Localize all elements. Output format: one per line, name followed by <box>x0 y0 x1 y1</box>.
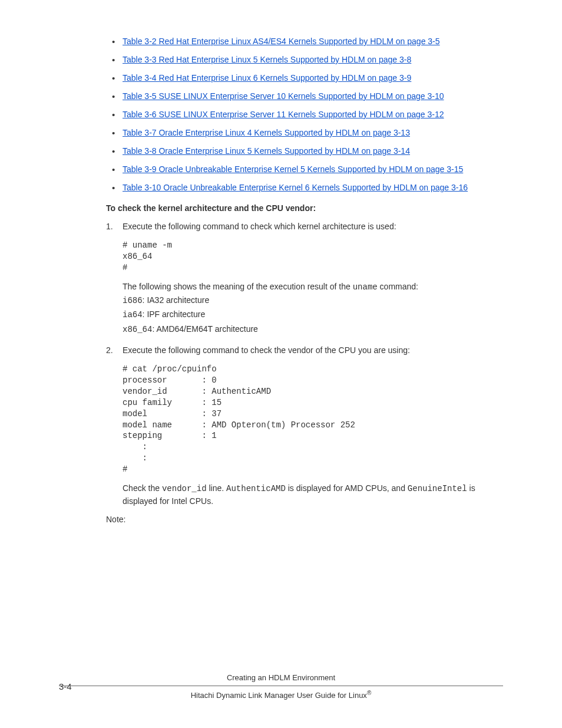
list-item: Table 3-6 SUSE LINUX Enterprise Server 1… <box>123 108 503 121</box>
inline-code: AuthenticAMD <box>226 484 286 493</box>
footer-divider <box>59 686 503 686</box>
list-item: Table 3-3 Red Hat Enterprise Linux 5 Ker… <box>123 54 503 66</box>
xref-link[interactable]: Table 3-10 Oracle Unbreakable Enterprise… <box>123 183 468 192</box>
xref-link[interactable]: Table 3-8 Oracle Enterprise Linux 5 Kern… <box>123 146 410 156</box>
inline-code: GenuineIntel <box>408 484 467 493</box>
list-item: Table 3-8 Oracle Enterprise Linux 5 Kern… <box>123 145 503 157</box>
arch-line: ia64: IPF architecture <box>123 308 503 322</box>
step-tail: Check the vendor_id line. AuthenticAMD i… <box>123 482 503 508</box>
list-item: Table 3-4 Red Hat Enterprise Linux 6 Ker… <box>123 72 503 84</box>
step-intro: Execute the following command to check w… <box>123 220 503 233</box>
inline-code: ia64 <box>123 310 143 319</box>
step-1: Execute the following command to check w… <box>106 220 503 337</box>
footer-title: Creating an HDLM Environment <box>59 673 503 682</box>
list-item: Table 3-5 SUSE LINUX Enterprise Server 1… <box>123 90 503 103</box>
code-block: # cat /proc/cpuinfo processor : 0 vendor… <box>123 364 503 475</box>
list-item: Table 3-9 Oracle Unbreakable Enterprise … <box>123 163 503 176</box>
list-item: Table 3-7 Oracle Enterprise Linux 4 Kern… <box>123 127 503 139</box>
step-2: Execute the following command to check t… <box>106 344 503 508</box>
xref-link[interactable]: Table 3-9 Oracle Unbreakable Enterprise … <box>123 164 463 174</box>
code-block: # uname -m x86_64 # <box>123 240 503 274</box>
arch-line: x86_64: AMD64/EM64T architecture <box>123 322 503 337</box>
procedure-steps: Execute the following command to check w… <box>106 220 503 508</box>
xref-link[interactable]: Table 3-2 Red Hat Enterprise Linux AS4/E… <box>123 37 440 46</box>
inline-code: i686 <box>123 296 143 305</box>
footer-guide: Hitachi Dynamic Link Manager User Guide … <box>59 690 503 700</box>
note-label: Note: <box>106 515 503 524</box>
registered-mark: ® <box>367 690 371 696</box>
xref-link[interactable]: Table 3-5 SUSE LINUX Enterprise Server 1… <box>123 91 444 101</box>
xref-link[interactable]: Table 3-6 SUSE LINUX Enterprise Server 1… <box>123 110 444 119</box>
page-footer: Creating an HDLM Environment Hitachi Dyn… <box>59 673 503 700</box>
cross-reference-list: Table 3-2 Red Hat Enterprise Linux AS4/E… <box>106 35 503 194</box>
arch-line: i686: IA32 architecture <box>123 294 503 308</box>
xref-link[interactable]: Table 3-3 Red Hat Enterprise Linux 5 Ker… <box>123 55 411 64</box>
inline-code: x86_64 <box>123 325 152 334</box>
list-item: Table 3-2 Red Hat Enterprise Linux AS4/E… <box>123 35 503 48</box>
list-item: Table 3-10 Oracle Unbreakable Enterprise… <box>123 182 503 194</box>
procedure-heading: To check the kernel architecture and the… <box>106 202 503 215</box>
inline-code: vendor_id <box>162 484 207 493</box>
step-intro: Execute the following command to check t… <box>123 344 503 357</box>
step-explain: The following shows the meaning of the e… <box>123 281 503 294</box>
xref-link[interactable]: Table 3-7 Oracle Enterprise Linux 4 Kern… <box>123 128 410 137</box>
xref-link[interactable]: Table 3-4 Red Hat Enterprise Linux 6 Ker… <box>123 73 411 83</box>
inline-code: uname <box>353 282 378 292</box>
